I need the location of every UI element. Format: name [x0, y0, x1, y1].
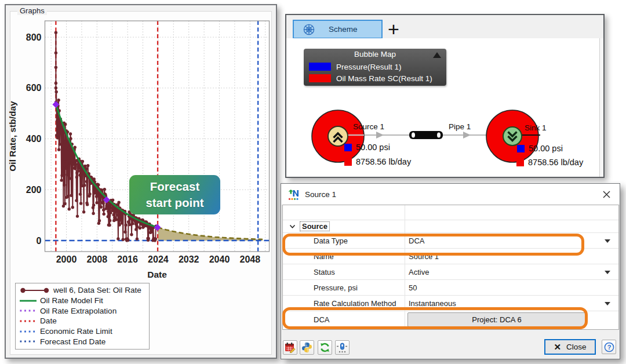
svg-text:800: 800 [26, 32, 42, 42]
svg-text:2040: 2040 [209, 254, 230, 264]
property-grid: SourceData TypeDCANameSource 1StatusActi… [282, 205, 619, 330]
svg-text:?: ? [607, 344, 611, 351]
svg-text:200: 200 [26, 185, 42, 195]
chart-legend: well 6, Data Set: Oil RateOil Rate Model… [15, 283, 150, 350]
legend-item: Date [19, 316, 145, 326]
help-button[interactable]: ? [602, 340, 616, 354]
badge-line1: Forecast [129, 179, 220, 195]
python-script-button[interactable] [300, 340, 314, 355]
svg-text:0: 0 [37, 236, 42, 246]
legend-label: Economic Rate Limit [40, 327, 112, 336]
property-value[interactable]: 50 [405, 280, 618, 295]
property-label: Data Type [283, 233, 405, 248]
legend-swatch-icon [19, 287, 50, 294]
legend-label: Forecast End Date [40, 337, 105, 346]
legend-label: Date [40, 316, 57, 325]
pipe-label: Pipe 1 [449, 122, 471, 131]
close-button-label: Close [566, 343, 587, 351]
dialog-titlebar[interactable]: Source 1 [281, 184, 620, 205]
badge-line2: start point [129, 195, 220, 211]
sink-pressure-value: 50.00 psi [529, 144, 563, 153]
property-row-status: StatusActive [283, 264, 618, 280]
svg-text:2032: 2032 [179, 254, 199, 264]
bubble-map-entry-label: Pressure(Result 1) [336, 63, 402, 71]
legend-item: well 6, Data Set: Oil Rate [19, 285, 145, 296]
scheme-scrollbar[interactable] [599, 38, 603, 177]
source-properties-dialog: Source 1 SourceData TypeDCANameSource 1S… [281, 183, 620, 359]
new-tab-button[interactable]: + [385, 20, 402, 38]
legend-item: Forecast End Date [19, 336, 145, 347]
svg-text:Oil Rate, stb/day: Oil Rate, stb/day [8, 101, 17, 172]
bubble-map-entry: Pressure(Result 1) [304, 61, 446, 72]
dca-project-button[interactable]: Project: DCA 6 [407, 312, 586, 327]
flow-arrow-icon [463, 132, 471, 139]
tab-scheme[interactable]: Scheme [293, 20, 383, 39]
property-label: Name [283, 249, 405, 264]
property-group-row: Source [283, 220, 618, 233]
group-label: Source [300, 221, 330, 231]
property-value[interactable]: DCA [405, 233, 618, 248]
bubble-map-legend[interactable]: Bubble Map Pressure(Result 1)Oil Mass Ra… [304, 49, 446, 86]
svg-text:2048: 2048 [240, 254, 261, 264]
bubble-map-entry-label: Oil Mass Rate SC(Result 1) [336, 74, 432, 83]
collapse-chevron-icon [289, 224, 296, 229]
bubble-map-title: Bubble Map [354, 50, 396, 59]
group-header-cell[interactable]: Source [283, 220, 405, 232]
source-node-icon[interactable] [328, 126, 348, 146]
close-x-icon: ✕ [554, 342, 561, 352]
dialog-close-button[interactable] [599, 187, 614, 201]
refresh-icon [319, 342, 330, 353]
edit-schedule-button[interactable] [283, 340, 297, 355]
show-in-scheme-button[interactable] [335, 340, 350, 355]
bubble-swatch [309, 74, 331, 82]
legend-label: well 6, Data Set: Oil Rate [53, 286, 141, 294]
property-row-rate-calculation-method: Rate Calculation MethodInstantaneous [283, 296, 618, 311]
property-value[interactable]: Active [405, 264, 618, 279]
property-row-data-type: Data TypeDCA [283, 233, 618, 249]
calendar-edit-icon [285, 342, 296, 353]
legend-swatch-icon [19, 328, 37, 335]
forecast-start-point-badge: Forecast start point [129, 175, 220, 214]
collapse-triangle-icon[interactable] [433, 52, 441, 58]
refresh-button[interactable] [318, 340, 332, 355]
python-icon [301, 342, 312, 353]
dialog-title: Source 1 [305, 190, 336, 199]
property-value[interactable]: Source 1 [405, 249, 618, 264]
property-value[interactable]: Instantaneous [405, 296, 618, 311]
dropdown-arrow-icon[interactable] [605, 271, 610, 274]
rate-swatch [344, 158, 352, 166]
property-value-text: 50 [409, 283, 417, 292]
flow-arrow-icon [376, 132, 384, 139]
svg-text:2016: 2016 [117, 254, 138, 264]
svg-text:600: 600 [26, 83, 42, 93]
bubble-swatch [309, 63, 331, 71]
rate-swatch [516, 158, 524, 166]
legend-item: Oil Rate Model Fit [19, 296, 145, 306]
legend-swatch-icon [19, 338, 37, 345]
property-label: Status [283, 264, 405, 279]
sink-rate-value: 8758.56 lb/day [528, 158, 584, 167]
legend-swatch-icon [19, 297, 37, 304]
property-row-dca: DCAProject: DCA 6 [283, 311, 618, 328]
source-label: Source 1 [353, 122, 384, 131]
network-scheme-icon [303, 23, 315, 36]
close-button[interactable]: ✕ Close [544, 339, 596, 355]
close-icon [603, 191, 610, 198]
property-value [405, 205, 618, 220]
source-pressure-value: 50.00 psi [356, 143, 390, 152]
property-label: Rate Calculation Method [283, 296, 405, 311]
property-row-name: NameSource 1 [283, 249, 618, 264]
dropdown-arrow-icon[interactable] [605, 239, 610, 243]
legend-swatch-icon [19, 307, 37, 314]
property-empty-row [283, 205, 618, 220]
graphs-panel: Graphs 200020082016202420322040204802004… [5, 4, 277, 359]
dropdown-arrow-icon[interactable] [605, 302, 610, 305]
property-value[interactable]: Project: DCA 6 [405, 311, 618, 328]
property-value-text: Instantaneous [409, 299, 456, 308]
property-label [283, 205, 405, 220]
legend-item: Oil Rate Extrapolation [19, 305, 145, 316]
pipe-port-icon [437, 132, 441, 137]
property-value [405, 220, 618, 232]
pressure-swatch [344, 144, 352, 151]
tab-scheme-label: Scheme [329, 25, 358, 34]
